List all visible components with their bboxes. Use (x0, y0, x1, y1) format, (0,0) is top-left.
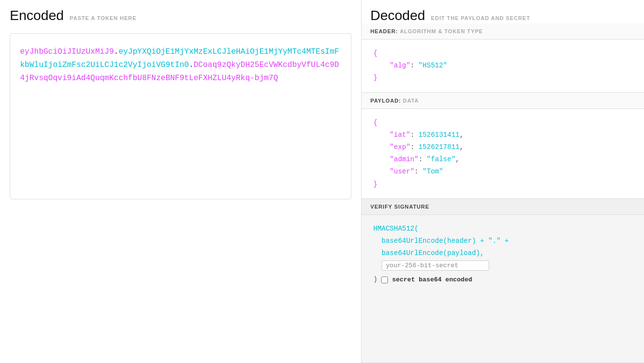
verify-footer: ) secret base64 encoded (373, 272, 632, 286)
base64-checkbox[interactable] (381, 277, 388, 283)
payload-label-sub: DATA (403, 98, 419, 104)
verify-func-name: HMACSHA512( (373, 225, 418, 233)
verify-section-label: VERIFY SIGNATURE (362, 199, 644, 215)
verify-label: VERIFY SIGNATURE (370, 204, 429, 210)
encoded-title: Encoded (10, 8, 64, 23)
payload-section: PAYLOAD: DATA { "iat": 1526131411, "exp"… (362, 93, 644, 199)
payload-iat-key: "iat" (390, 131, 410, 139)
payload-admin-key: "admin" (390, 155, 419, 163)
payload-iat-value: 1526131411 (418, 131, 459, 139)
secret-input[interactable] (382, 260, 489, 271)
payload-open-brace: { (373, 119, 377, 127)
verify-line2: base64UrlEncode(header) + "." + (382, 237, 509, 245)
encoded-header: Encoded PASTE A TOKEN HERE (10, 8, 351, 23)
token-dot2: . (189, 61, 194, 69)
verify-line3: base64UrlEncode(payload), (382, 249, 484, 257)
header-label-main: HEADER: (370, 28, 398, 34)
token-part1: eyJhbGciOiJIUzUxMiJ9 (20, 47, 114, 56)
payload-exp-value: 1526217811 (418, 143, 459, 151)
header-alg-key: "alg" (390, 62, 410, 69)
header-alg-value: "HS512" (418, 62, 447, 69)
encoded-panel: Encoded PASTE A TOKEN HERE eyJhbGciOiJIU… (0, 0, 362, 363)
payload-label-main: PAYLOAD: (370, 98, 401, 104)
payload-user-value: "Tom" (423, 168, 443, 175)
header-label-sub: ALGORITHM & TOKEN TYPE (400, 28, 483, 34)
payload-json: { "iat": 1526131411, "exp": 1526217811, … (362, 109, 644, 198)
closing-paren: ) (373, 274, 377, 286)
payload-close-brace: } (373, 180, 377, 188)
header-json: { "alg": "HS512" } (362, 40, 644, 92)
header-close-brace: } (373, 74, 377, 82)
header-open-brace: { (373, 49, 377, 57)
header-section: HEADER: ALGORITHM & TOKEN TYPE { "alg": … (362, 23, 644, 93)
decoded-header: Decoded EDIT THE PAYLOAD AND SECRET (362, 0, 644, 23)
payload-section-label: PAYLOAD: DATA (362, 93, 644, 109)
payload-user-key: "user" (390, 168, 414, 175)
token-dot1: . (114, 47, 119, 56)
verify-section: VERIFY SIGNATURE HMACSHA512( base64UrlEn… (362, 199, 644, 363)
decoded-title: Decoded (370, 8, 425, 23)
decoded-subtitle: EDIT THE PAYLOAD AND SECRET (431, 15, 530, 21)
header-section-label: HEADER: ALGORITHM & TOKEN TYPE (362, 23, 644, 40)
verify-body: HMACSHA512( base64UrlEncode(header) + ".… (362, 215, 644, 294)
payload-exp-key: "exp" (390, 143, 410, 151)
token-display[interactable]: eyJhbGciOiJIUzUxMiJ9.eyJpYXQiOjE1MjYxMzE… (10, 33, 351, 199)
payload-admin-value: "false" (427, 155, 455, 163)
decoded-panel: Decoded EDIT THE PAYLOAD AND SECRET HEAD… (362, 0, 644, 363)
base64-label[interactable]: secret base64 encoded (392, 274, 472, 285)
encoded-subtitle: PASTE A TOKEN HERE (70, 15, 137, 21)
